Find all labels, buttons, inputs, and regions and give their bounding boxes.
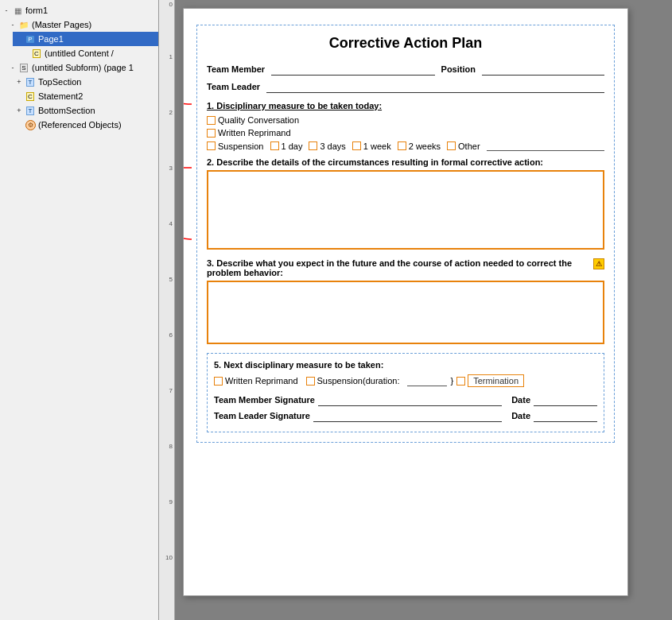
- tree-item-topsection[interactable]: + T TopSection: [13, 75, 158, 89]
- position-input[interactable]: [482, 63, 604, 76]
- other-checkbox[interactable]: [447, 141, 456, 150]
- tree-label-bottomsection: BottomSection: [38, 106, 95, 115]
- tree-item-statement2[interactable]: C Statement2: [13, 89, 158, 103]
- tree-label-subform: (untitled Subform) (page 1: [32, 63, 134, 72]
- suspension-checkbox[interactable]: [207, 141, 216, 150]
- form-title: Corrective Action Plan: [207, 35, 604, 52]
- written-reprimand-checkbox[interactable]: [207, 129, 216, 138]
- day1-item: 1 day: [270, 141, 303, 151]
- tree-label-form1: form1: [25, 6, 48, 15]
- section3-textarea[interactable]: [207, 281, 604, 344]
- written-reprimand-row: Written Reprimand: [207, 128, 604, 138]
- suspension-duration-input[interactable]: [407, 376, 447, 386]
- expand-statement: [14, 92, 24, 100]
- date-label2: Date: [511, 411, 530, 420]
- weeks2-label: 2 weeks: [409, 141, 441, 151]
- written-reprimand2-item: Written Reprimand: [214, 376, 298, 386]
- termination-item: Termination: [456, 374, 524, 387]
- expand-page1[interactable]: [14, 35, 24, 43]
- team-leader-sig-row: Team Leader Signature Date: [214, 409, 597, 422]
- section2-textarea[interactable]: [207, 170, 604, 250]
- suspension-row: Suspension 1 day 3 days 1 week: [207, 141, 604, 151]
- section3-label: 3. Describe what you expect in the futur…: [207, 258, 590, 277]
- tree-item-page1[interactable]: P Page1: [13, 32, 158, 46]
- section3-area: 3. Describe what you expect in the futur…: [207, 258, 604, 347]
- ruler-mark-8: 8: [159, 444, 175, 450]
- date-line1: [534, 393, 597, 406]
- quality-conversation-checkbox[interactable]: [207, 116, 216, 125]
- tree-label-referenced: (Referenced Objects): [38, 120, 122, 130]
- expand-master[interactable]: -: [8, 21, 17, 29]
- tree-panel: - ▦ form1 - 📁 (Master Pages) P Page1 C (…: [0, 0, 159, 620]
- suspension-item: Suspension: [207, 141, 264, 151]
- suspension2-label: Suspension(duration:: [317, 376, 400, 386]
- day1-label: 1 day: [282, 141, 303, 151]
- team-member-sig-line: [318, 393, 502, 406]
- team-leader-sig-label: Team Leader Signature: [214, 411, 310, 420]
- team-member-sig-label: Team Member Signature: [214, 395, 315, 405]
- content-wrapper: Corrective Action Plan Team Member Posit…: [175, 0, 636, 620]
- suspension-label: Suspension: [218, 141, 264, 151]
- date-line2: [534, 409, 597, 422]
- section5-label: 5. Next disciplinary measure to be taken…: [214, 360, 597, 370]
- week1-checkbox[interactable]: [352, 141, 361, 150]
- written-reprimand2-label: Written Reprimand: [225, 376, 298, 386]
- form-icon: ▦: [11, 4, 24, 17]
- subform-icon: S: [17, 61, 30, 74]
- expand-subform[interactable]: -: [8, 64, 17, 72]
- expand-form1[interactable]: -: [2, 6, 11, 14]
- termination-label: Termination: [468, 374, 524, 387]
- team-member-input[interactable]: [271, 63, 434, 76]
- written-reprimand2-checkbox[interactable]: [214, 377, 223, 386]
- tree-label-statement2: Statement2: [38, 91, 83, 101]
- tree-label-content: (untitled Content /: [45, 48, 114, 58]
- tree-item-untitled-content[interactable]: C (untitled Content /: [19, 46, 158, 60]
- content-icon: C: [30, 47, 43, 60]
- warning-icon: ⚠: [593, 258, 604, 269]
- folder-icon: 📁: [17, 18, 30, 31]
- ruler-mark-4: 4: [159, 221, 175, 227]
- tree-label-topsection: TopSection: [38, 77, 81, 87]
- section1-title: 1. Disciplinary measure to be taken toda…: [207, 101, 604, 110]
- ruler-mark-2: 2: [159, 110, 175, 116]
- tree-item-master-pages[interactable]: - 📁 (Master Pages): [6, 17, 158, 32]
- section2-label: 2. Describe the details of the circumsta…: [207, 157, 604, 167]
- days3-label: 3 days: [320, 141, 345, 151]
- weeks2-checkbox[interactable]: [398, 141, 406, 150]
- ruler-mark-9: 9: [159, 499, 175, 506]
- tree-item-referenced[interactable]: ⚙ (Referenced Objects): [13, 118, 158, 132]
- days3-checkbox[interactable]: [309, 141, 317, 150]
- tree-item-form1[interactable]: - ▦ form1: [0, 3, 158, 17]
- next-cb-row: Written Reprimand Suspension(duration: }…: [214, 374, 597, 387]
- section3-header: 3. Describe what you expect in the futur…: [207, 258, 604, 281]
- quality-conversation-label: Quality Conversation: [218, 115, 299, 125]
- team-member-sig-row: Team Member Signature Date: [214, 393, 597, 406]
- position-label: Position: [441, 64, 476, 74]
- expand-bottom[interactable]: +: [14, 107, 24, 114]
- section2-area: 2. Describe the details of the circumsta…: [207, 157, 604, 252]
- ruler-mark-7: 7: [159, 388, 175, 394]
- team-member-label: Team Member: [207, 64, 265, 74]
- section-icon-bottom: T: [24, 104, 37, 117]
- bottom-section: 5. Next disciplinary measure to be taken…: [207, 353, 604, 432]
- written-reprimand-label: Written Reprimand: [218, 128, 291, 138]
- expand-top[interactable]: +: [14, 78, 24, 86]
- suspension2-checkbox[interactable]: [306, 377, 315, 386]
- team-leader-input[interactable]: [266, 80, 604, 93]
- ref-icon: ⚙: [24, 118, 37, 131]
- section-icon-top: T: [24, 76, 37, 88]
- form-page-inner: Corrective Action Plan Team Member Posit…: [196, 25, 615, 443]
- statement-icon: C: [24, 90, 37, 103]
- ruler-mark-10: 10: [159, 555, 175, 561]
- ruler-mark-6: 6: [159, 332, 175, 339]
- written-reprimand-item: Written Reprimand: [207, 128, 291, 138]
- team-leader-sig-line: [313, 409, 502, 422]
- quality-conversation-item: Quality Conversation: [207, 115, 299, 125]
- termination-checkbox[interactable]: [456, 377, 465, 386]
- tree-item-bottomsection[interactable]: + T BottomSection: [13, 103, 158, 118]
- page-icon: P: [24, 33, 37, 45]
- other-input[interactable]: [487, 141, 604, 151]
- tree-item-subform[interactable]: - S (untitled Subform) (page 1: [6, 60, 158, 75]
- tree-label-master: (Master Pages): [32, 20, 91, 29]
- day1-checkbox[interactable]: [270, 141, 279, 150]
